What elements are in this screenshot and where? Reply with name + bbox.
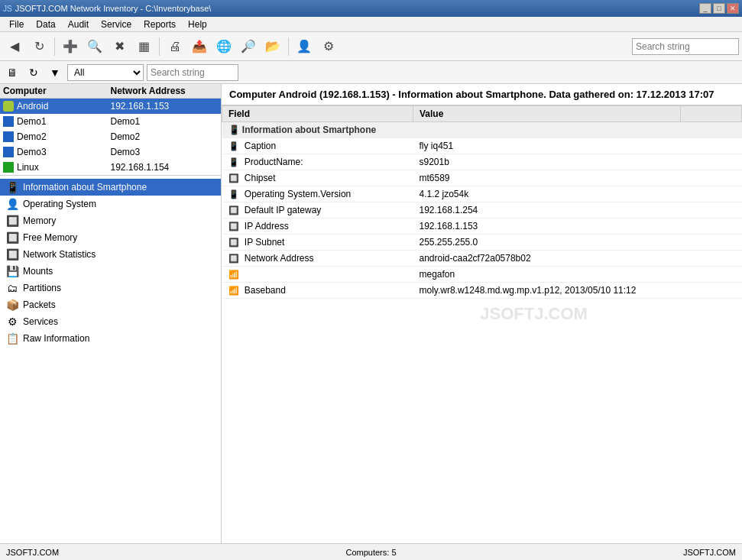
computer-name-linux: Linux [17, 162, 39, 173]
settings-button[interactable]: ⚙ [317, 35, 340, 58]
value-2: mt6589 [413, 170, 681, 186]
computer-row-demo3[interactable]: Demo3 Demo3 [0, 144, 221, 160]
field-icon-8: 📶 [228, 270, 239, 279]
menu-bar: File Data Audit Service Reports Help [0, 17, 742, 32]
network-button[interactable]: 🌐 [212, 35, 235, 58]
field-icon-9: 📶 [228, 286, 239, 295]
packets-icon: 📦 [6, 299, 18, 311]
export-button[interactable]: 📤 [188, 35, 211, 58]
computer-row-demo2[interactable]: Demo2 Demo2 [0, 129, 221, 144]
status-right: JSOFTJ.COM [683, 548, 736, 557]
info-smartphone-icon: 📱 [6, 181, 18, 193]
nav-item-free-memory[interactable]: 🔲 Free Memory [0, 229, 221, 246]
menu-audit[interactable]: Audit [62, 18, 95, 31]
computer-row-demo1[interactable]: Demo1 Demo1 [0, 114, 221, 129]
table-row: 🔲 Network Address android-caa2cf72a0578b… [222, 251, 742, 267]
close-button[interactable]: ✕ [727, 3, 739, 14]
computer-icon-demo3 [3, 147, 14, 157]
field-icon-1: 📱 [228, 157, 239, 167]
nav-item-info-smartphone[interactable]: 📱 Information about Smartphone [0, 179, 221, 196]
nav-item-network-statistics[interactable]: 🔲 Network Statistics [0, 246, 221, 263]
left-panel: Computer Network Address Android 192.168… [0, 84, 222, 543]
user-button[interactable]: 👤 [293, 35, 316, 58]
maximize-button[interactable]: □ [713, 3, 725, 14]
nav-item-memory[interactable]: 🔲 Memory [0, 212, 221, 229]
tb2-btn1[interactable]: 🖥 [3, 63, 21, 82]
menu-data[interactable]: Data [30, 18, 61, 31]
computer-list-header: Computer Network Address [0, 84, 221, 99]
nav-label-operating-system: Operating System [23, 199, 96, 209]
scan-button[interactable]: 🔍 [83, 35, 106, 58]
network-statistics-icon: 🔲 [6, 248, 18, 261]
nav-item-packets[interactable]: 📦 Packets [0, 296, 221, 313]
field-icon-6: 🔲 [228, 238, 239, 247]
raw-information-icon: 📋 [6, 332, 18, 345]
table-row: 📱 ProductName: s9201b [222, 154, 742, 170]
print-button[interactable]: 🖨 [164, 35, 186, 58]
operating-system-icon: 👤 [6, 198, 18, 210]
field-icon-5: 🔲 [228, 222, 239, 231]
main-layout: Computer Network Address Android 192.168… [0, 84, 742, 543]
nav-item-operating-system[interactable]: 👤 Operating System [0, 196, 221, 212]
nav-label-free-memory: Free Memory [23, 232, 77, 243]
menu-help[interactable]: Help [182, 18, 213, 31]
section-header-row: 📱 Information about Smartphone [222, 122, 742, 138]
menu-file[interactable]: File [3, 18, 30, 31]
computer-addr-demo2: Demo2 [111, 131, 141, 142]
nav-label-network-statistics: Network Statistics [23, 249, 96, 260]
separator-1 [54, 37, 55, 56]
col-extra [681, 106, 742, 122]
computer-row-linux[interactable]: Linux 192.168.1.154 [0, 160, 221, 175]
computer-addr-android: 192.168.1.153 [111, 101, 170, 112]
menu-reports[interactable]: Reports [138, 18, 182, 31]
tb2-refresh[interactable]: ↻ [24, 63, 43, 82]
title-bar: JS JSOFTJ.COM Network Inventory - C:\Inv… [0, 0, 742, 17]
menu-service[interactable]: Service [95, 18, 138, 31]
field-7: Network Address [245, 253, 314, 264]
add-button[interactable]: ➕ [59, 35, 82, 58]
field-4: Default IP gateway [245, 205, 322, 215]
grid-button[interactable]: ▦ [132, 35, 155, 58]
nav-label-partitions: Partitions [23, 283, 61, 293]
section-icon: 📱 [228, 125, 240, 135]
nav-item-partitions[interactable]: 🗂 Partitions [0, 280, 221, 296]
title-bar-left: JS JSOFTJ.COM Network Inventory - C:\Inv… [3, 4, 211, 13]
table-row: 🔲 Default IP gateway 192.168.1.254 [222, 202, 742, 218]
tb2-filter-toggle[interactable]: ▼ [46, 63, 64, 82]
computer-row-android[interactable]: Android 192.168.1.153 [0, 99, 221, 114]
value-4: 192.168.1.254 [413, 202, 681, 218]
toolbar: ◀ ↻ ➕ 🔍 ✖ ▦ 🖨 📤 🌐 🔎 📂 👤 ⚙ [0, 32, 742, 61]
table-row: 📱 Operating System.Version 4.1.2 jzo54k [222, 186, 742, 202]
back-button[interactable]: ◀ [3, 35, 26, 58]
value-0: fly iq451 [413, 138, 681, 154]
col-value: Value [413, 106, 681, 122]
minimize-button[interactable]: _ [699, 3, 711, 14]
filter-dropdown[interactable]: All [67, 64, 144, 81]
free-memory-icon: 🔲 [6, 231, 18, 244]
computer-icon-demo2 [3, 131, 14, 142]
nav-item-mounts[interactable]: 💾 Mounts [0, 263, 221, 280]
value-1: s9201b [413, 154, 681, 170]
value-7: android-caa2cf72a0578b02 [413, 251, 681, 267]
field-icon-3: 📱 [228, 189, 239, 199]
nav-item-raw-information[interactable]: 📋 Raw Information [0, 330, 221, 347]
separator-3 [288, 37, 289, 56]
value-8: megafon [413, 267, 681, 283]
value-9: moly.wr8.w1248.md.wg.mp.v1.p12, 2013/05/… [413, 283, 681, 299]
delete-button[interactable]: ✖ [108, 35, 131, 58]
title-bar-buttons: _ □ ✕ [699, 3, 739, 14]
field-1: ProductName: [245, 157, 303, 167]
refresh-button[interactable]: ↻ [28, 35, 50, 58]
computer-name-demo3: Demo3 [17, 147, 47, 157]
computer-icon-demo1 [3, 116, 14, 127]
search-button[interactable]: 🔎 [237, 35, 260, 58]
nav-label-memory: Memory [23, 215, 56, 226]
toolbar-search-input[interactable] [632, 38, 739, 55]
nav-item-services[interactable]: ⚙ Services [0, 313, 221, 330]
computer-addr-linux: 192.168.1.154 [111, 162, 170, 173]
find-button[interactable]: 📂 [261, 35, 284, 58]
page-title: Computer Android (192.168.1.153) - Infor… [222, 84, 742, 105]
separator-2 [159, 37, 160, 56]
toolbar2-search-input[interactable] [147, 64, 238, 81]
data-table: Field Value 📱 Information about Smartpho… [222, 105, 742, 299]
